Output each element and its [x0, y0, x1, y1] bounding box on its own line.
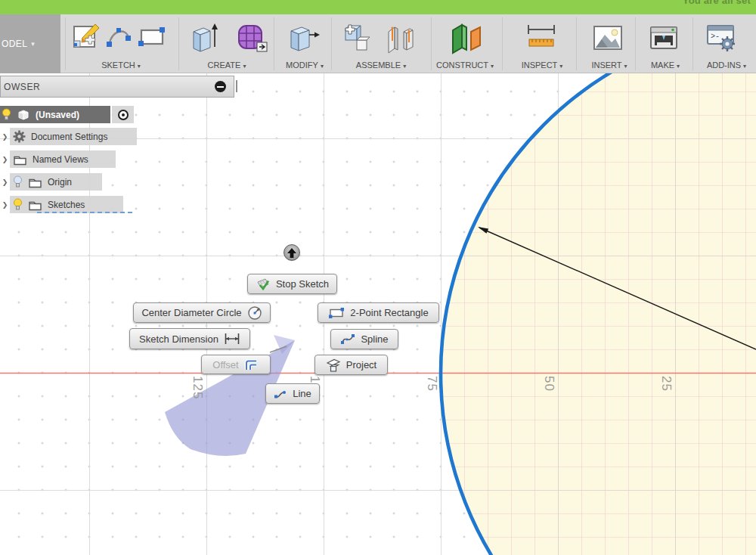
active-edit-dashes	[37, 212, 132, 213]
toolbar: ODEL ▾	[0, 14, 756, 73]
visibility-bulb-off-icon[interactable]	[13, 175, 23, 188]
chevron-down-icon: ▾	[677, 63, 680, 70]
sketch-canvas[interactable]: 125 100 75 50 25 Stop Sketch Center Diam…	[0, 73, 756, 555]
expand-chevron-icon[interactable]: ❯	[0, 178, 10, 186]
grid-label-50: 50	[541, 376, 556, 392]
line-button[interactable]: Line	[265, 383, 320, 404]
browser-row-document[interactable]: (Unsaved)	[0, 106, 134, 123]
construct-plane-icon[interactable]	[449, 21, 484, 54]
expand-chevron-icon[interactable]: ❯	[0, 156, 10, 163]
form-icon[interactable]	[236, 21, 269, 54]
arc-tool-icon[interactable]	[105, 21, 134, 53]
make-3d-print-icon[interactable]	[647, 21, 680, 54]
gear-icon	[13, 130, 26, 143]
collapse-panel-icon[interactable]	[215, 81, 226, 92]
stop-sketch-button[interactable]: Stop Sketch	[247, 274, 337, 294]
chevron-down-icon: ▾	[743, 63, 746, 70]
browser-row-sketches[interactable]: ❯ Sketches	[0, 196, 123, 213]
offset-icon	[244, 358, 259, 371]
toolbar-separator	[431, 17, 432, 70]
document-cube-icon	[17, 108, 30, 121]
toolbar-separator	[502, 17, 503, 70]
activate-document-radio[interactable]	[112, 106, 134, 123]
rectangle-tool-icon[interactable]	[137, 21, 167, 53]
tab-add-ins[interactable]: ADD-INS▾	[707, 60, 746, 70]
line-icon	[274, 388, 287, 399]
tab-insert[interactable]: INSERT▾	[591, 60, 627, 70]
toolbar-separator	[692, 17, 693, 70]
chevron-down-icon: ▾	[138, 63, 141, 70]
visibility-bulb-on-icon[interactable]	[2, 108, 11, 121]
workspace-label: ODEL	[2, 39, 27, 49]
extrude-icon[interactable]	[188, 21, 220, 54]
chevron-down-icon: ▾	[491, 63, 494, 70]
center-diameter-circle-icon	[247, 305, 262, 321]
chevron-down-icon: ▾	[243, 63, 246, 70]
sketch-dimension-button[interactable]: Sketch Dimension	[129, 328, 250, 349]
grid-label-125: 125	[190, 376, 205, 399]
chevron-down-icon: ▾	[31, 40, 35, 48]
two-point-rectangle-button[interactable]: 2-Point Rectangle	[318, 302, 439, 323]
marking-menu-hub[interactable]	[284, 244, 300, 261]
chevron-down-icon: ▾	[624, 63, 627, 70]
tab-make[interactable]: MAKE▾	[651, 60, 680, 70]
add-ins-icon[interactable]: >-	[705, 21, 739, 54]
joint-icon[interactable]	[384, 21, 416, 54]
folder-icon	[28, 199, 42, 211]
project-button[interactable]: Project	[314, 355, 388, 375]
tab-assemble[interactable]: ASSEMBLE▾	[356, 60, 406, 70]
new-component-icon[interactable]	[339, 21, 373, 54]
tab-inspect[interactable]: INSPECT▾	[522, 60, 563, 70]
arrow-up-icon	[287, 247, 297, 259]
tab-modify[interactable]: MODIFY▾	[286, 60, 324, 70]
browser-row-document-settings[interactable]: ❯ Document Settings	[0, 128, 137, 145]
svg-text:>-: >-	[711, 33, 720, 41]
toolbar-separator	[178, 17, 179, 70]
grid-label-25: 25	[658, 376, 674, 392]
tab-sketch[interactable]: SKETCH▾	[101, 60, 141, 70]
visibility-bulb-on-icon[interactable]	[13, 198, 23, 211]
workspace-dropdown[interactable]: ODEL ▾	[0, 14, 60, 73]
stop-sketch-icon	[256, 278, 271, 291]
banner-message: You are all set	[683, 0, 751, 6]
measure-icon[interactable]	[523, 21, 559, 54]
radio-icon	[118, 110, 129, 120]
sketch-dimension-icon	[224, 332, 240, 346]
project-icon	[326, 358, 341, 373]
notification-banner: You are all set	[0, 0, 756, 14]
spline-button[interactable]: Spline	[330, 329, 398, 349]
chevron-down-icon: ▾	[321, 63, 324, 70]
two-point-rectangle-icon	[328, 307, 345, 319]
browser-row-origin[interactable]: ❯ Origin	[0, 173, 102, 191]
toolbar-separator	[274, 17, 274, 70]
folder-icon	[28, 176, 42, 188]
toolbar-separator	[576, 17, 577, 70]
chevron-down-icon: ▾	[559, 63, 562, 70]
browser-row-named-views[interactable]: ❯ Named Views	[0, 150, 116, 168]
insert-image-icon[interactable]	[591, 21, 624, 54]
toolbar-separator	[635, 17, 636, 70]
panel-resize-grip[interactable]	[236, 80, 237, 92]
create-sketch-icon[interactable]	[70, 21, 101, 53]
tab-create[interactable]: CREATE▾	[208, 60, 246, 70]
toolbar-separator	[331, 17, 332, 70]
document-name: (Unsaved)	[36, 110, 79, 120]
expand-chevron-icon[interactable]: ❯	[0, 133, 10, 141]
expand-chevron-icon[interactable]: ❯	[0, 201, 10, 209]
spline-icon	[340, 333, 355, 346]
toolbar-separator	[65, 17, 66, 70]
grid-label-75: 75	[424, 376, 439, 392]
offset-button[interactable]: Offset	[201, 355, 271, 374]
center-diameter-circle-button[interactable]: Center Diameter Circle	[133, 302, 271, 323]
tab-construct[interactable]: CONSTRUCT▾	[436, 60, 494, 70]
folder-icon	[13, 153, 27, 166]
browser-header[interactable]: OWSER	[0, 76, 234, 98]
press-pull-icon[interactable]	[287, 21, 320, 54]
chevron-down-icon: ▾	[403, 63, 406, 70]
browser-title: OWSER	[4, 82, 215, 92]
